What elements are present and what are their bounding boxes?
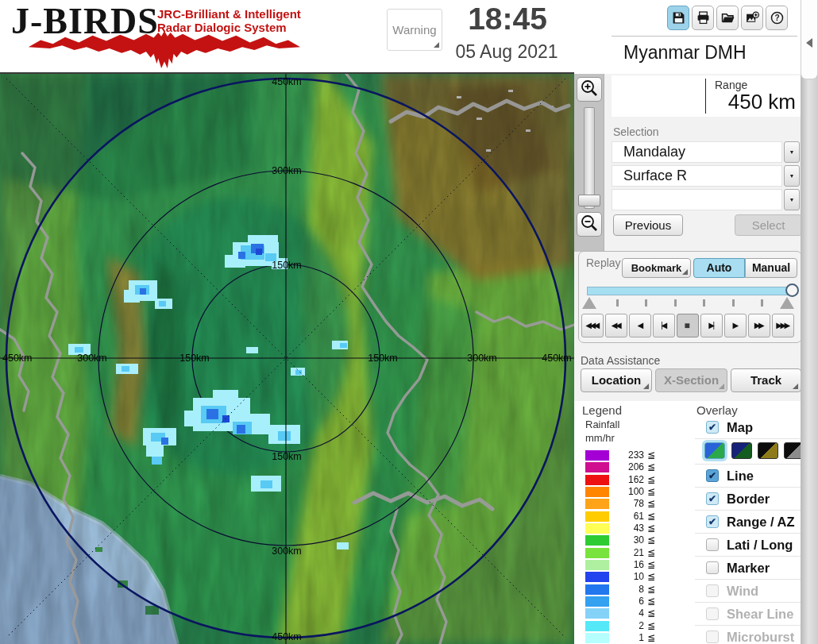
range-display: Range 450 km [612,75,801,117]
leq-icon: ≦ [647,461,655,472]
ring-label: 300km [272,546,302,557]
manual-button[interactable]: Manual [745,258,797,278]
legend-value: 206 [614,461,644,472]
legend-row: 21≦ [585,547,674,559]
zoom-out-button[interactable] [577,212,602,237]
stop-button[interactable]: ■ [677,314,699,337]
range-divider [705,79,706,114]
save-button[interactable] [667,6,689,30]
leq-icon: ≦ [647,596,655,607]
legend-swatch [585,535,609,546]
overlay-row-lati-long[interactable]: Lati / Long [695,534,801,557]
replay-timeline-handle[interactable] [785,283,799,297]
select-button[interactable]: Select [735,214,802,236]
legend-value: 162 [614,474,644,485]
legend-row: 43≦ [585,523,674,534]
marker-checkbox[interactable] [706,561,719,574]
logo-subtitle-line1: JRC-Brilliant & Intelligent [157,7,301,21]
radar-map-display[interactable]: 450km 300km 150km 150km 300km 450km 450k… [0,74,574,644]
legend-swatch [585,572,609,582]
legend-swatch [585,450,609,461]
selection-label: Selection [613,125,659,138]
legend-value: 10 [614,571,644,582]
legend-swatch [585,523,609,534]
timeline-tick [703,299,705,307]
legend-swatch [585,596,609,607]
legend-value: 30 [614,534,644,546]
overlay-item-label: Shear Line [727,607,793,622]
previous-button[interactable]: Previous [613,214,683,236]
rewind-button[interactable]: ◀◀ [605,314,627,337]
legend-row: 162≦ [585,474,674,486]
map-style-swatch-1[interactable] [704,442,725,459]
legend-row: 2≦ [585,620,674,632]
print-button[interactable] [692,6,714,30]
timeline-tick [645,299,647,307]
overlay-row-border[interactable]: ✔ Border [695,488,801,511]
forward-button[interactable]: ▶▶ [748,314,770,337]
zoom-slider-thumb[interactable] [578,195,600,206]
map-checkbox[interactable]: ✔ [706,421,719,434]
product-dropdown[interactable]: Surface R [612,165,782,187]
range-az-checkbox[interactable]: ✔ [706,515,719,528]
site-title: Myanmar DMH [623,42,747,64]
play-reverse-button[interactable]: ◀ [629,314,651,337]
leq-icon: ≦ [647,547,655,558]
legend-value: 43 [614,523,644,534]
step-forward-button[interactable]: ▶| [700,314,723,337]
site-dropdown[interactable]: Mandalay [612,141,782,163]
legend-value: 16 [614,559,644,570]
bookmark-button[interactable]: Bookmark [622,258,691,278]
timeline-end-marker[interactable] [780,297,794,309]
step-back-button[interactable]: |◀ [653,314,675,337]
map-style-swatch-3[interactable] [758,442,778,459]
panel-divider [612,36,797,37]
map-style-swatch-2[interactable] [731,442,752,459]
auto-button[interactable]: Auto [693,258,745,278]
legend-swatch [585,608,609,619]
overlay-row-range-az[interactable]: ✔ Range / AZ [695,511,801,534]
legend-value: 233 [614,449,644,461]
xsection-button[interactable]: X-Section [655,368,727,392]
zoom-out-icon [580,214,599,233]
shear-line-checkbox [706,607,719,620]
rewind-fast-button[interactable]: ◀◀◀ [581,314,604,337]
replay-timeline-track[interactable] [587,287,790,295]
zoom-in-button[interactable] [577,77,602,102]
open-folder-button[interactable] [716,6,739,30]
range-value: 450 km [728,90,796,114]
legend-swatch [585,499,609,509]
site-dropdown-arrow[interactable]: ▼ [784,141,800,163]
legend-value: 6 [614,596,644,607]
overlay-label: Overlay [696,403,738,417]
option-dropdown-arrow[interactable]: ▼ [784,189,800,210]
data-assistance-label: Data Assistance [581,354,660,367]
radar-map-canvas: 450km 300km 150km 150km 300km 450km 450k… [0,74,574,644]
legend-row: 6≦ [585,596,674,607]
line-checkbox[interactable]: ✔ [706,469,719,482]
timeline-start-marker[interactable] [582,297,596,309]
product-dropdown-arrow[interactable]: ▼ [784,165,800,187]
track-button[interactable]: Track [731,368,801,392]
overlay-item-label: Line [727,469,754,484]
legend-row: 16≦ [585,559,674,571]
play-button[interactable]: ▶ [724,314,747,337]
border-checkbox[interactable]: ✔ [706,492,719,505]
add-image-button[interactable] [741,6,763,30]
help-button[interactable]: ? [766,6,788,30]
panel-collapse-tab[interactable] [801,0,818,79]
overlay-row-map[interactable]: ✔ Map [695,416,801,439]
overlay-row-marker[interactable]: Marker [695,557,801,580]
overlay-row-line[interactable]: ✔ Line [695,465,801,488]
control-panel: ? Myanmar DMH Range 450 km Selection Man… [574,0,801,644]
option-dropdown[interactable] [612,189,782,210]
chevron-down-icon: ▼ [789,173,795,179]
collapse-left-icon [806,38,812,48]
warning-button[interactable]: Warning [387,9,442,51]
lati-long-checkbox[interactable] [706,538,719,551]
zoom-slider-track[interactable] [584,107,595,209]
location-button[interactable]: Location [581,368,652,392]
replay-section: Replay Bookmark Auto Manual ◀◀◀ ◀◀ ◀ |◀ … [578,251,802,343]
leq-icon: ≦ [647,498,655,509]
forward-fast-button[interactable]: ▶▶▶ [772,314,794,337]
